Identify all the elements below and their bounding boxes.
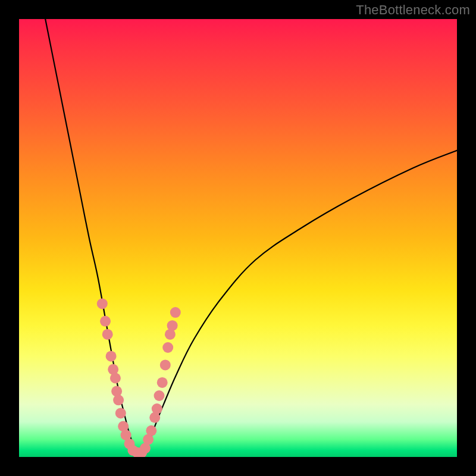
marker-dot	[113, 394, 124, 405]
chart-svg	[19, 19, 457, 457]
marker-dot	[167, 320, 178, 331]
marker-dot	[162, 342, 173, 353]
curve-layer	[45, 19, 457, 453]
marker-dot	[154, 390, 165, 401]
marker-dot	[106, 351, 117, 362]
watermark-text: TheBottleneck.com	[356, 2, 470, 18]
plot-area	[19, 19, 457, 457]
marker-dot	[157, 377, 168, 388]
marker-dot	[97, 298, 108, 309]
marker-dot	[115, 408, 126, 418]
bottleneck-curve	[45, 19, 457, 453]
marker-dot	[152, 403, 162, 414]
marker-dot	[146, 425, 156, 436]
marker-dot	[102, 329, 113, 340]
chart-frame: TheBottleneck.com	[0, 0, 476, 476]
marker-dots-group	[97, 298, 181, 457]
marker-dot	[160, 359, 171, 370]
marker-dot	[100, 316, 111, 327]
marker-dot	[170, 307, 181, 318]
marker-dot	[110, 373, 121, 384]
